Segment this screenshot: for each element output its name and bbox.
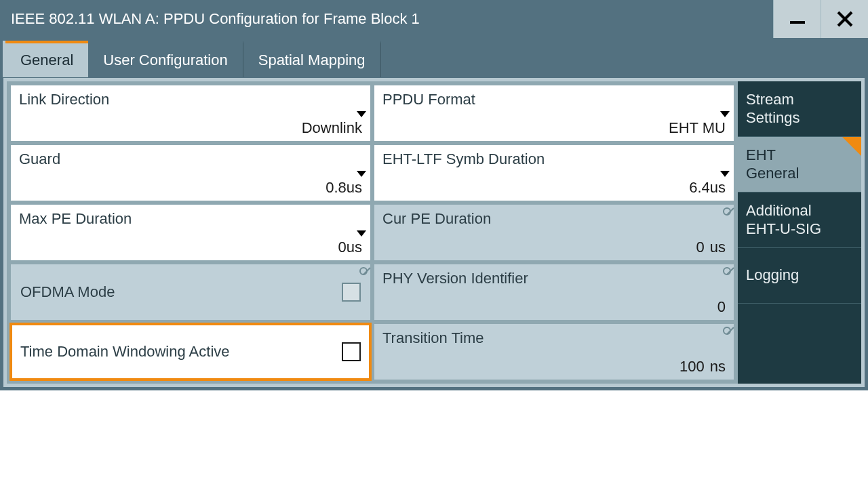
field-label: EHT-LTF Symb Duration [382,150,726,168]
field-label: Link Direction [19,91,362,108]
tab-spatial-mapping[interactable]: Spatial Mapping [243,41,381,77]
tab-user-configuration[interactable]: User Configuration [88,41,243,77]
tab-general[interactable]: General [5,41,88,77]
field-label: Transition Time [382,329,726,347]
tab-bar: General User Configuration Spatial Mappi… [0,38,868,77]
readonly-icon [723,267,731,275]
field-value: 0us [338,239,362,256]
window: IEEE 802.11 WLAN A: PPDU Configuration f… [0,0,868,390]
close-button[interactable] [821,0,868,38]
tdwa-checkbox[interactable] [342,342,361,361]
field-grid: Link Direction Downlink PPDU Format EHT … [7,81,738,384]
field-ppdu-format[interactable]: PPDU Format EHT MU [374,85,734,141]
field-guard[interactable]: Guard 0.8us [11,145,370,201]
tab-label: User Configuration [103,52,227,69]
titlebar: IEEE 802.11 WLAN A: PPDU Configuration f… [0,0,868,38]
side-item-additional-eht-u-sig[interactable]: Additional EHT-U-SIG [738,192,861,248]
side-fill [738,304,861,384]
field-label: PHY Version Identifier [382,270,726,287]
field-label: Guard [19,150,362,168]
tab-label: Spatial Mapping [258,52,366,69]
field-label: Cur PE Duration [382,210,726,228]
side-item-logging[interactable]: Logging [738,248,861,304]
field-label: PPDU Format [382,91,726,108]
readonly-icon [723,207,731,216]
field-link-direction[interactable]: Link Direction Downlink [11,85,370,141]
side-item-label: General [746,165,853,182]
dropdown-icon [357,111,366,117]
field-eht-ltf-symb-duration[interactable]: EHT-LTF Symb Duration 6.4us [374,145,734,201]
field-cur-pe-duration: Cur PE Duration 0us [374,205,734,260]
field-value: Downlink [302,119,362,137]
dropdown-icon [357,230,366,237]
readonly-icon [723,327,731,335]
side-item-eht-general[interactable]: EHT General [738,137,861,192]
dropdown-icon [720,111,730,117]
tab-label: General [20,52,73,69]
field-value: 0us [696,239,726,256]
field-transition-time: Transition Time 100ns [374,324,734,380]
readonly-icon [359,267,368,275]
ofdma-checkbox [342,283,361,302]
side-item-label: EHT-U-SIG [746,220,853,238]
side-item-label: Stream [746,91,853,108]
side-item-label: Logging [746,266,853,284]
field-value: 100ns [679,358,726,375]
field-label: Max PE Duration [19,210,362,228]
window-title: IEEE 802.11 WLAN A: PPDU Configuration f… [11,10,420,28]
minimize-icon [787,9,808,29]
side-nav: Stream Settings EHT General Additional E… [738,81,861,384]
minimize-button[interactable] [773,0,821,38]
field-value: 0 [717,298,726,316]
side-item-label: Settings [746,109,853,127]
field-max-pe-duration[interactable]: Max PE Duration 0us [11,205,370,260]
dropdown-icon [357,171,366,177]
side-item-label: EHT [746,146,853,164]
field-value: 6.4us [689,179,726,197]
close-icon [835,9,855,29]
field-label: OFDMA Mode [20,283,115,301]
content-body: Link Direction Downlink PPDU Format EHT … [0,77,868,390]
dropdown-icon [720,171,730,177]
side-item-label: Additional [746,202,853,220]
field-label: Time Domain Windowing Active [20,343,230,361]
field-phy-version-identifier: PHY Version Identifier 0 [374,264,734,320]
side-item-stream-settings[interactable]: Stream Settings [738,81,861,137]
field-time-domain-windowing-active[interactable]: Time Domain Windowing Active [11,324,370,380]
field-ofdma-mode: OFDMA Mode [11,264,370,320]
field-value: 0.8us [326,179,362,197]
field-value: EHT MU [669,119,726,137]
